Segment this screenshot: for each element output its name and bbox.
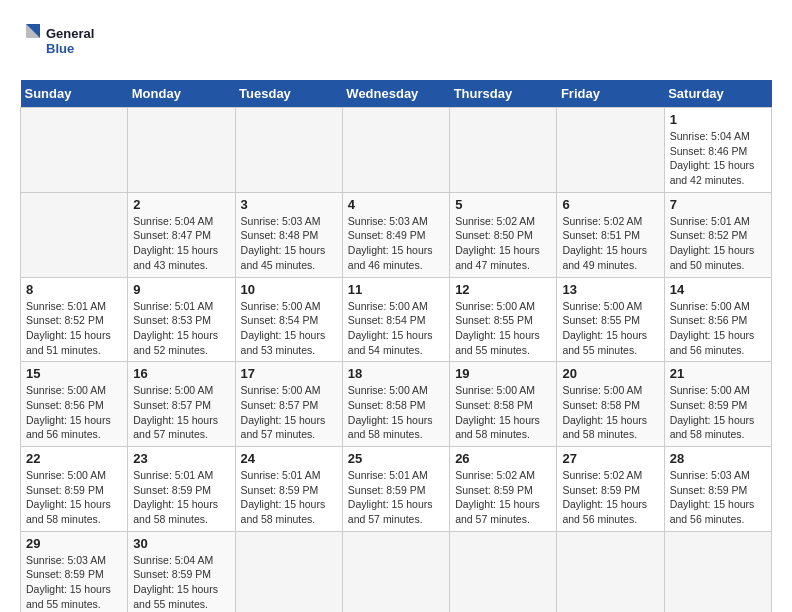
day-number: 21: [670, 366, 766, 381]
empty-cell: [342, 531, 449, 612]
day-cell-7: 7Sunrise: 5:01 AMSunset: 8:52 PMDaylight…: [664, 192, 771, 277]
day-info: Sunrise: 5:04 AMSunset: 8:59 PMDaylight:…: [133, 553, 229, 612]
calendar-week-4: 15Sunrise: 5:00 AMSunset: 8:56 PMDayligh…: [21, 362, 772, 447]
day-cell-25: 25Sunrise: 5:01 AMSunset: 8:59 PMDayligh…: [342, 447, 449, 532]
day-number: 3: [241, 197, 337, 212]
calendar-week-3: 8Sunrise: 5:01 AMSunset: 8:52 PMDaylight…: [21, 277, 772, 362]
col-header-wednesday: Wednesday: [342, 80, 449, 108]
day-info: Sunrise: 5:03 AMSunset: 8:59 PMDaylight:…: [26, 553, 122, 612]
day-info: Sunrise: 5:02 AMSunset: 8:59 PMDaylight:…: [455, 468, 551, 527]
day-cell-1: 1Sunrise: 5:04 AMSunset: 8:46 PMDaylight…: [664, 108, 771, 193]
empty-cell: [664, 531, 771, 612]
day-number: 27: [562, 451, 658, 466]
day-info: Sunrise: 5:01 AMSunset: 8:52 PMDaylight:…: [26, 299, 122, 358]
day-number: 29: [26, 536, 122, 551]
day-cell-22: 22Sunrise: 5:00 AMSunset: 8:59 PMDayligh…: [21, 447, 128, 532]
day-cell-12: 12Sunrise: 5:00 AMSunset: 8:55 PMDayligh…: [450, 277, 557, 362]
day-number: 28: [670, 451, 766, 466]
empty-cell: [450, 108, 557, 193]
empty-cell: [450, 531, 557, 612]
logo-svg: General Blue: [20, 20, 100, 64]
calendar-week-5: 22Sunrise: 5:00 AMSunset: 8:59 PMDayligh…: [21, 447, 772, 532]
day-cell-20: 20Sunrise: 5:00 AMSunset: 8:58 PMDayligh…: [557, 362, 664, 447]
day-cell-29: 29Sunrise: 5:03 AMSunset: 8:59 PMDayligh…: [21, 531, 128, 612]
svg-text:General: General: [46, 26, 94, 41]
day-cell-14: 14Sunrise: 5:00 AMSunset: 8:56 PMDayligh…: [664, 277, 771, 362]
day-info: Sunrise: 5:04 AMSunset: 8:46 PMDaylight:…: [670, 129, 766, 188]
day-cell-23: 23Sunrise: 5:01 AMSunset: 8:59 PMDayligh…: [128, 447, 235, 532]
day-cell-6: 6Sunrise: 5:02 AMSunset: 8:51 PMDaylight…: [557, 192, 664, 277]
day-number: 6: [562, 197, 658, 212]
logo: General Blue: [20, 20, 100, 64]
day-info: Sunrise: 5:00 AMSunset: 8:59 PMDaylight:…: [26, 468, 122, 527]
day-cell-26: 26Sunrise: 5:02 AMSunset: 8:59 PMDayligh…: [450, 447, 557, 532]
day-number: 9: [133, 282, 229, 297]
day-number: 23: [133, 451, 229, 466]
day-info: Sunrise: 5:02 AMSunset: 8:59 PMDaylight:…: [562, 468, 658, 527]
day-cell-15: 15Sunrise: 5:00 AMSunset: 8:56 PMDayligh…: [21, 362, 128, 447]
empty-cell: [557, 108, 664, 193]
day-info: Sunrise: 5:00 AMSunset: 8:58 PMDaylight:…: [348, 383, 444, 442]
day-number: 8: [26, 282, 122, 297]
day-cell-8: 8Sunrise: 5:01 AMSunset: 8:52 PMDaylight…: [21, 277, 128, 362]
day-info: Sunrise: 5:02 AMSunset: 8:51 PMDaylight:…: [562, 214, 658, 273]
page-header: General Blue: [20, 20, 772, 64]
day-cell-28: 28Sunrise: 5:03 AMSunset: 8:59 PMDayligh…: [664, 447, 771, 532]
day-number: 4: [348, 197, 444, 212]
day-number: 1: [670, 112, 766, 127]
day-number: 7: [670, 197, 766, 212]
day-info: Sunrise: 5:02 AMSunset: 8:50 PMDaylight:…: [455, 214, 551, 273]
day-number: 14: [670, 282, 766, 297]
col-header-tuesday: Tuesday: [235, 80, 342, 108]
day-info: Sunrise: 5:04 AMSunset: 8:47 PMDaylight:…: [133, 214, 229, 273]
calendar-week-1: 1Sunrise: 5:04 AMSunset: 8:46 PMDaylight…: [21, 108, 772, 193]
day-info: Sunrise: 5:03 AMSunset: 8:49 PMDaylight:…: [348, 214, 444, 273]
day-info: Sunrise: 5:00 AMSunset: 8:55 PMDaylight:…: [455, 299, 551, 358]
day-info: Sunrise: 5:00 AMSunset: 8:58 PMDaylight:…: [562, 383, 658, 442]
day-number: 11: [348, 282, 444, 297]
day-cell-2: 2Sunrise: 5:04 AMSunset: 8:47 PMDaylight…: [128, 192, 235, 277]
day-info: Sunrise: 5:01 AMSunset: 8:53 PMDaylight:…: [133, 299, 229, 358]
day-cell-18: 18Sunrise: 5:00 AMSunset: 8:58 PMDayligh…: [342, 362, 449, 447]
svg-text:Blue: Blue: [46, 41, 74, 56]
empty-cell: [21, 192, 128, 277]
day-info: Sunrise: 5:00 AMSunset: 8:54 PMDaylight:…: [241, 299, 337, 358]
day-number: 5: [455, 197, 551, 212]
day-number: 13: [562, 282, 658, 297]
day-number: 18: [348, 366, 444, 381]
day-cell-10: 10Sunrise: 5:00 AMSunset: 8:54 PMDayligh…: [235, 277, 342, 362]
day-info: Sunrise: 5:00 AMSunset: 8:58 PMDaylight:…: [455, 383, 551, 442]
empty-cell: [21, 108, 128, 193]
day-info: Sunrise: 5:03 AMSunset: 8:59 PMDaylight:…: [670, 468, 766, 527]
day-info: Sunrise: 5:01 AMSunset: 8:59 PMDaylight:…: [133, 468, 229, 527]
day-number: 2: [133, 197, 229, 212]
day-number: 30: [133, 536, 229, 551]
day-cell-4: 4Sunrise: 5:03 AMSunset: 8:49 PMDaylight…: [342, 192, 449, 277]
day-cell-16: 16Sunrise: 5:00 AMSunset: 8:57 PMDayligh…: [128, 362, 235, 447]
day-cell-13: 13Sunrise: 5:00 AMSunset: 8:55 PMDayligh…: [557, 277, 664, 362]
day-info: Sunrise: 5:00 AMSunset: 8:56 PMDaylight:…: [26, 383, 122, 442]
empty-cell: [557, 531, 664, 612]
day-cell-30: 30Sunrise: 5:04 AMSunset: 8:59 PMDayligh…: [128, 531, 235, 612]
calendar-table: SundayMondayTuesdayWednesdayThursdayFrid…: [20, 80, 772, 612]
header-row: SundayMondayTuesdayWednesdayThursdayFrid…: [21, 80, 772, 108]
day-cell-3: 3Sunrise: 5:03 AMSunset: 8:48 PMDaylight…: [235, 192, 342, 277]
day-cell-5: 5Sunrise: 5:02 AMSunset: 8:50 PMDaylight…: [450, 192, 557, 277]
calendar-week-2: 2Sunrise: 5:04 AMSunset: 8:47 PMDaylight…: [21, 192, 772, 277]
day-number: 20: [562, 366, 658, 381]
day-cell-21: 21Sunrise: 5:00 AMSunset: 8:59 PMDayligh…: [664, 362, 771, 447]
day-info: Sunrise: 5:00 AMSunset: 8:56 PMDaylight:…: [670, 299, 766, 358]
day-info: Sunrise: 5:00 AMSunset: 8:55 PMDaylight:…: [562, 299, 658, 358]
day-info: Sunrise: 5:00 AMSunset: 8:59 PMDaylight:…: [670, 383, 766, 442]
day-number: 12: [455, 282, 551, 297]
col-header-monday: Monday: [128, 80, 235, 108]
day-number: 19: [455, 366, 551, 381]
col-header-sunday: Sunday: [21, 80, 128, 108]
empty-cell: [342, 108, 449, 193]
day-info: Sunrise: 5:00 AMSunset: 8:57 PMDaylight:…: [241, 383, 337, 442]
day-info: Sunrise: 5:00 AMSunset: 8:57 PMDaylight:…: [133, 383, 229, 442]
calendar-week-6: 29Sunrise: 5:03 AMSunset: 8:59 PMDayligh…: [21, 531, 772, 612]
day-number: 17: [241, 366, 337, 381]
day-cell-19: 19Sunrise: 5:00 AMSunset: 8:58 PMDayligh…: [450, 362, 557, 447]
empty-cell: [235, 108, 342, 193]
